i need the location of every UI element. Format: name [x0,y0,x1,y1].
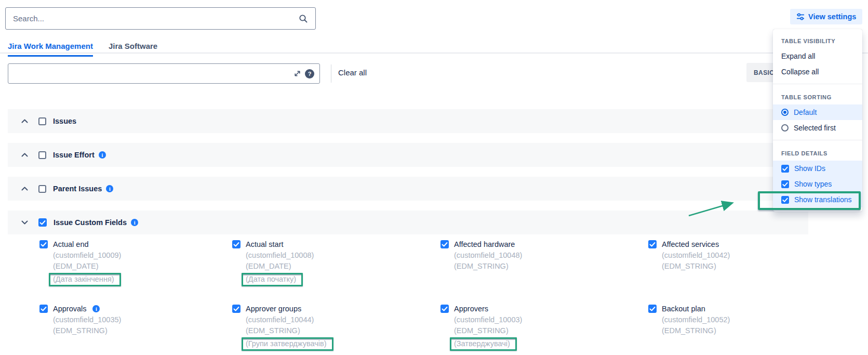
custom-field-label: Affected hardware [454,240,515,248]
filter-query-input[interactable] [14,70,293,78]
menu-item-collapse-all[interactable]: Collapse all [773,64,862,80]
checkbox-checked-icon[interactable] [440,305,449,313]
menu-option-label: Show types [794,180,832,188]
filter-query-box [8,63,320,84]
checkbox-checked-icon[interactable] [232,305,241,313]
menu-option-show-ids[interactable]: Show IDs [773,161,862,176]
custom-field-label: Actual end [53,240,89,248]
custom-field-label: Affected services [662,240,719,248]
custom-field-id: (customfield_10042) [648,251,835,259]
custom-field-actual-start: Actual start (customfield_10008) (EDM_DA… [232,240,419,286]
chevron-up-icon[interactable] [21,119,28,123]
menu-heading-table-visibility: TABLE VISIBILITY [773,32,862,48]
custom-field-type: (EDM_STRING) [648,262,835,270]
chevron-down-icon[interactable] [21,220,28,225]
checkbox-checked-icon[interactable] [648,240,657,248]
custom-field-id: (customfield_10044) [232,315,419,324]
custom-field-id: (customfield_10048) [440,251,627,259]
custom-field-type: (EDM_STRING) [648,326,835,335]
custom-field-id: (customfield_10052) [648,315,835,324]
custom-field-label: Approvals [53,305,86,313]
menu-option-label: Show translations [794,195,852,204]
section-label: Issue Effort [53,151,95,159]
view-settings-label: View settings [808,12,856,21]
custom-field-type: (EDM_STRING) [39,326,226,335]
menu-option-label: Show IDs [794,164,825,173]
custom-field-approvers: Approvers (customfield_10003) (EDM_STRIN… [440,305,627,351]
vertical-divider [331,64,331,83]
checkbox-unchecked-icon[interactable] [38,185,46,193]
custom-field-type: (EDM_STRING) [232,326,419,335]
view-settings-menu: TABLE VISIBILITY Expand all Collapse all… [773,29,862,212]
custom-field-label: Approver groups [246,305,301,313]
section-label: Issues [53,117,76,125]
custom-field-label: Approvers [454,305,488,313]
checkbox-checked-icon[interactable] [39,305,48,313]
checkbox-checked-icon[interactable] [38,218,47,227]
chevron-up-icon[interactable] [21,153,28,157]
search-input[interactable] [13,14,299,23]
expand-editor-icon[interactable] [293,70,301,77]
section-row-issue-custom-fields[interactable]: Issue Custom Fields [8,211,808,234]
radio-selected-icon[interactable] [781,109,789,116]
custom-field-type: (EDM_STRING) [440,326,627,335]
custom-field-affected-hardware: Affected hardware (customfield_10048) (E… [440,240,627,270]
search-box [5,7,316,30]
custom-field-approver-groups: Approver groups (customfield_10044) (EDM… [232,305,419,351]
menu-option-selected-first[interactable]: Selected first [773,120,862,136]
checkbox-checked-icon[interactable] [781,196,789,204]
menu-heading-table-sorting: TABLE SORTING [773,88,862,104]
custom-field-id: (customfield_10008) [232,251,419,259]
section-row-issue-effort[interactable]: Issue Effort [8,143,808,167]
custom-field-translation-highlighted: (Групи затверджувачів) [242,337,333,351]
chevron-up-icon[interactable] [21,187,28,191]
tab-jira-work-management[interactable]: Jira Work Management [8,42,93,57]
checkbox-checked-icon[interactable] [440,240,449,248]
custom-field-actual-end: Actual end (customfield_10009) (EDM_DATE… [39,240,226,286]
help-icon[interactable] [305,69,314,78]
custom-field-type: (EDM_STRING) [440,262,627,270]
custom-field-affected-services: Affected services (customfield_10042) (E… [648,240,835,270]
menu-heading-field-details: FIELD DETAILS [773,144,862,161]
checkbox-checked-icon[interactable] [781,165,789,173]
info-icon[interactable] [106,185,113,192]
custom-field-translation-highlighted: (Затверджувачі) [450,337,517,351]
menu-divider [773,84,862,84]
menu-option-default[interactable]: Default [773,104,862,120]
custom-field-backout-plan: Backout plan (customfield_10052) (EDM_ST… [648,305,835,335]
section-label: Parent Issues [53,185,102,193]
info-icon[interactable] [131,219,138,226]
custom-field-approvals: Approvals (customfield_10035) (EDM_STRIN… [39,305,226,335]
view-settings-button[interactable]: View settings [790,9,862,24]
checkbox-checked-icon[interactable] [232,240,241,248]
info-icon[interactable] [99,151,106,159]
section-row-parent-issues[interactable]: Parent Issues [8,177,808,201]
checkbox-checked-icon[interactable] [648,305,657,313]
checkbox-checked-icon[interactable] [781,180,789,188]
section-label: Issue Custom Fields [54,218,127,227]
menu-item-expand-all[interactable]: Expand all [773,48,862,64]
checkbox-unchecked-icon[interactable] [38,117,46,125]
custom-field-id: (customfield_10035) [39,315,226,324]
tab-bar: Jira Work Management Jira Software [8,42,157,57]
radio-unselected-icon[interactable] [781,124,789,132]
checkbox-checked-icon[interactable] [39,240,48,248]
menu-option-show-types[interactable]: Show types [773,176,862,192]
checkbox-unchecked-icon[interactable] [38,151,46,159]
menu-divider [773,140,862,140]
section-row-issues[interactable]: Issues [8,109,808,133]
custom-field-id: (customfield_10003) [440,315,627,324]
custom-field-label: Actual start [246,240,284,248]
custom-field-translation-highlighted: (Дата початку) [242,273,303,286]
menu-option-label: Selected first [794,124,836,132]
custom-field-type: (EDM_DATE) [39,262,226,270]
menu-option-show-translations[interactable]: Show translations [773,192,862,207]
custom-field-label: Backout plan [662,305,705,313]
tab-jira-software[interactable]: Jira Software [109,42,157,57]
custom-field-translation-highlighted: (Дата закінчення) [49,273,121,286]
search-icon [299,14,308,23]
info-icon[interactable] [92,305,100,312]
custom-field-id: (customfield_10009) [39,251,226,259]
menu-option-label: Default [794,108,817,116]
clear-all-button[interactable]: Clear all [338,68,367,77]
